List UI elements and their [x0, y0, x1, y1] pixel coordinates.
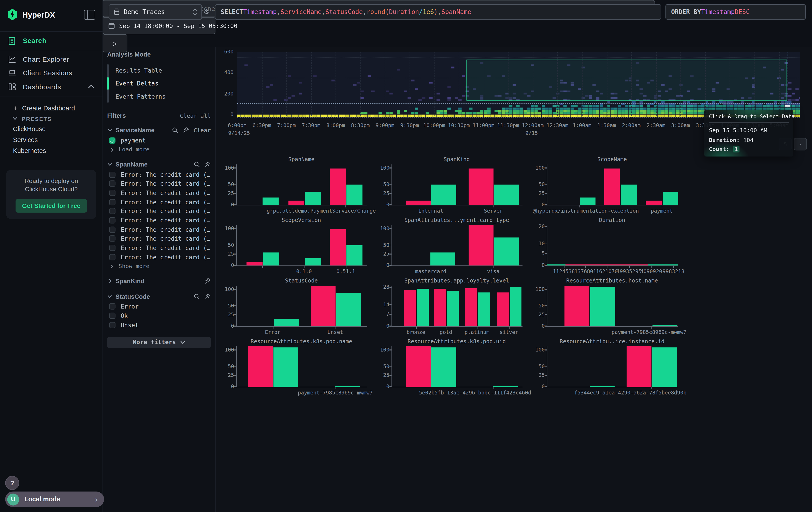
bar-ok[interactable]	[447, 291, 459, 326]
pin-icon[interactable]	[205, 293, 211, 299]
filter-checkbox-item[interactable]: Error: The credit card (…	[107, 197, 211, 207]
mode-event-patterns[interactable]: Event Patterns	[115, 90, 166, 103]
bar-ok[interactable]	[590, 386, 614, 387]
sidebar-item-client-sessions[interactable]: Client Sessions	[0, 66, 103, 79]
search-icon[interactable]	[194, 293, 200, 299]
bar-error[interactable]	[469, 169, 494, 205]
bar-ok[interactable]	[432, 184, 457, 205]
filter-group-header-spanname[interactable]: SpanName	[107, 159, 211, 170]
checkbox[interactable]	[109, 245, 115, 251]
gear-icon[interactable]: ⚙	[204, 8, 209, 16]
filter-checkbox-item[interactable]: Error: The credit card (…	[107, 188, 211, 197]
mode-event-deltas[interactable]: Event Deltas	[115, 77, 166, 90]
search-icon[interactable]	[194, 161, 200, 167]
bar-error[interactable]	[311, 286, 336, 326]
chart-plot[interactable]	[392, 164, 523, 205]
bar-ok[interactable]	[621, 184, 637, 205]
bar-error[interactable]	[330, 168, 346, 205]
source-select[interactable]: Demo Traces	[109, 4, 202, 20]
bar-ok[interactable]	[494, 184, 519, 205]
bar-ok[interactable]	[590, 287, 615, 326]
checkbox[interactable]	[109, 322, 115, 328]
resize-handle[interactable]	[784, 105, 790, 107]
sidebar-item-dashboards[interactable]: Dashboards	[0, 79, 103, 94]
filter-checkbox-item[interactable]: Error: The credit card (…	[107, 243, 211, 252]
bar-ok[interactable]	[263, 197, 279, 205]
pin-icon[interactable]	[183, 127, 189, 133]
filter-checkbox-item[interactable]: Error: The credit card (…	[107, 252, 211, 262]
bar-error[interactable]	[564, 286, 589, 326]
chart-plot[interactable]	[547, 286, 678, 327]
bar-ok[interactable]	[336, 293, 361, 326]
checkbox[interactable]	[109, 254, 115, 260]
bar-error[interactable]	[497, 292, 509, 326]
filter-group-header-spankind[interactable]: SpanKind	[107, 275, 211, 287]
filter-checkbox-item[interactable]: Ok	[107, 311, 211, 320]
bar-error[interactable]	[646, 200, 662, 205]
collapse-sidebar-icon[interactable]	[84, 9, 95, 19]
chart-plot[interactable]	[392, 225, 523, 266]
help-button[interactable]: ?	[5, 476, 19, 490]
bar-ok[interactable]	[274, 319, 299, 326]
checkbox[interactable]	[109, 181, 115, 187]
bar-ok[interactable]	[652, 325, 677, 326]
bar-error[interactable]	[246, 262, 262, 265]
bar-ok[interactable]	[663, 192, 678, 205]
run-query-button[interactable]: ▷	[103, 34, 127, 53]
create-dashboard-button[interactable]: + Create Dashboard	[0, 103, 103, 113]
preset-kubernetes[interactable]: Kubernetes	[0, 145, 103, 156]
filter-checkbox-item[interactable]: Unset	[107, 320, 211, 329]
chart-plot[interactable]	[236, 346, 367, 387]
chart-plot[interactable]	[392, 286, 523, 327]
chart-plot[interactable]	[547, 346, 678, 387]
sidebar-item-search[interactable]: Search	[0, 34, 103, 48]
chevron-up-icon[interactable]	[88, 85, 94, 89]
filter-checkbox-item[interactable]: Error: The credit card (…	[107, 225, 211, 234]
bar-ok[interactable]	[263, 252, 279, 265]
bar-ok[interactable]	[347, 245, 362, 266]
preset-services[interactable]: Services	[0, 134, 103, 145]
expand-more-link[interactable]: Load more	[107, 145, 211, 155]
checkbox[interactable]	[109, 199, 115, 205]
bar-ok[interactable]	[347, 184, 362, 205]
bar-ok[interactable]	[432, 348, 457, 387]
bar-ok[interactable]	[305, 258, 321, 266]
presets-toggle[interactable]: PRESETS	[0, 113, 103, 123]
user-menu[interactable]: U Local mode ›	[5, 491, 104, 507]
filter-group-header-servicename[interactable]: ServiceNameClear	[107, 125, 211, 136]
chart-plot[interactable]	[236, 225, 367, 266]
mode-results-table[interactable]: Results Table	[115, 64, 166, 77]
pin-icon[interactable]	[205, 277, 211, 284]
bar-ok[interactable]	[305, 192, 321, 205]
chart-plot[interactable]	[236, 286, 367, 327]
filter-checkbox-item[interactable]: Error: The credit card (…	[107, 216, 211, 225]
bar-error[interactable]	[434, 289, 446, 326]
checkbox[interactable]	[109, 217, 115, 223]
bar-error[interactable]	[288, 200, 304, 205]
bar-ok[interactable]	[510, 287, 522, 326]
selection-rectangle[interactable]	[467, 60, 787, 101]
checkbox[interactable]	[109, 137, 115, 143]
more-filters-button[interactable]: More filters	[107, 337, 211, 348]
bar-ok[interactable]	[417, 289, 429, 326]
filter-group-header-statuscode[interactable]: StatusCode	[107, 291, 211, 302]
filter-checkbox-item[interactable]: Error: The credit card (…	[107, 179, 211, 188]
bar-error[interactable]	[248, 346, 273, 387]
bar-error[interactable]	[465, 288, 477, 326]
bar-error[interactable]	[627, 346, 651, 387]
sql-select-input[interactable]: SELECT Timestamp, ServiceName, StatusCod…	[215, 4, 662, 20]
sidebar-item-chart-explorer[interactable]: Chart Explorer	[0, 52, 103, 66]
get-started-button[interactable]: Get Started for Free	[16, 199, 87, 213]
bar-ok[interactable]	[273, 348, 298, 387]
order-by-input[interactable]: ORDER BY Timestamp DESC	[665, 4, 806, 20]
bar-error[interactable]	[469, 225, 494, 266]
bar-ok[interactable]	[478, 292, 490, 326]
filter-checkbox-item[interactable]: payment	[107, 136, 211, 145]
chart-plot[interactable]	[392, 346, 523, 387]
chart-plot[interactable]	[547, 225, 678, 266]
duration-heatmap[interactable]	[237, 52, 800, 118]
bar-ok[interactable]	[580, 197, 596, 205]
filter-checkbox-item[interactable]: Error	[107, 302, 211, 311]
checkbox[interactable]	[109, 171, 115, 178]
filter-checkbox-item[interactable]: Error: The credit card (…	[107, 207, 211, 216]
